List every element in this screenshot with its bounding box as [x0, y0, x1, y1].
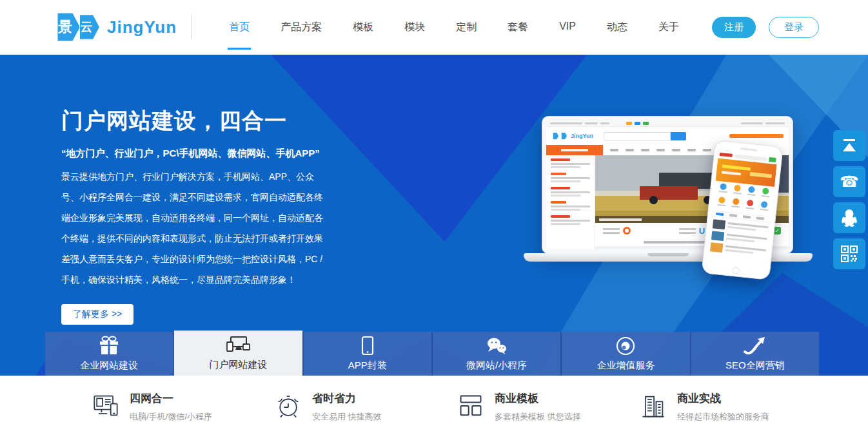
mockup-logo-hexagon [551, 133, 558, 140]
main-nav: 首页 产品方案 模板 模块 定制 套餐 VIP 动态 关于 [228, 17, 680, 38]
devices-icon [226, 335, 250, 356]
mockup-header: JingYun [546, 127, 789, 145]
alarm-clock-icon [275, 392, 302, 422]
tab-app-packaging[interactable]: APP封装 [302, 332, 431, 376]
back-to-top-button[interactable] [833, 130, 865, 161]
features-strip: 四网合一 电脑/手机/微信/小程序 省时省力 安全易用 快捷高效 [0, 376, 868, 422]
u-icon: U [699, 227, 705, 235]
wechat-icon [486, 336, 508, 356]
auth-buttons: 注册 登录 [712, 17, 819, 38]
trend-arrow-icon [744, 336, 767, 356]
mockup-brand: JingYun [571, 133, 593, 139]
nav-item-news[interactable]: 动态 [606, 17, 629, 38]
phone-speaker [740, 148, 757, 151]
feature-four-networks: 四网合一 电脑/手机/微信/小程序 [69, 391, 252, 422]
gauge-icon [615, 336, 636, 356]
tab-value-added[interactable]: 企业增值服务 [560, 332, 689, 376]
logo-hexagon-1: 景 [50, 12, 80, 42]
feature-templates: 商业模板 多套精美模板 供您选择 [434, 391, 616, 422]
mockup-hotline-text [729, 134, 784, 138]
mockup-logo-hexagon [560, 133, 567, 140]
qq-icon [841, 209, 858, 227]
template-icon [457, 392, 484, 422]
gift-icon [98, 336, 120, 356]
mockup-category-button [546, 145, 603, 155]
nav-item-templates[interactable]: 模板 [351, 17, 375, 38]
nav-item-modules[interactable]: 模块 [403, 17, 426, 38]
nav-item-custom[interactable]: 定制 [455, 17, 478, 38]
qrcode-icon [841, 245, 858, 262]
mockup-search-bar [604, 132, 686, 140]
login-button[interactable]: 登录 [769, 17, 819, 38]
hero-title: 门户网站建设，四合一 [61, 106, 335, 136]
qq-contact-button[interactable] [833, 202, 865, 233]
service-tabs: 企业网站建设 门户网站建设 [45, 332, 819, 376]
mockup-topbar [546, 120, 789, 127]
phone-mockup [701, 140, 783, 280]
nav-item-products[interactable]: 产品方案 [279, 17, 323, 38]
tab-corporate-website[interactable]: 企业网站建设 [45, 332, 173, 376]
mockup-sidebar [546, 155, 595, 249]
qrcode-button[interactable] [833, 238, 865, 269]
brand-name: JingYun [107, 17, 177, 37]
hero-banner: 门户网站建设，四合一 “地方门户、行业门户，PC\手机网站、微信网站、手机APP… [0, 55, 868, 376]
back-to-top-icon [841, 138, 858, 153]
nav-item-home[interactable]: 首页 [228, 17, 251, 38]
phone-home-button [732, 267, 740, 274]
tab-micro-site[interactable]: 微网站/小程序 [431, 332, 560, 376]
landing-page: 景 云 JingYun 首页 产品方案 模板 模块 定制 套餐 VIP 动态 关… [0, 0, 868, 422]
phone-icon: ☎ [840, 173, 859, 191]
feature-time-saving: 省时省力 安全易用 快捷高效 [252, 391, 434, 422]
tab-portal-website[interactable]: 门户网站建设 [173, 331, 302, 376]
register-button[interactable]: 注册 [712, 17, 756, 38]
hero-description: 景云提供地方门户、行业门户解决方案，手机网站、APP、公众号、小程序全网合一建设… [61, 166, 327, 290]
floating-toolbar: ☎ [833, 130, 865, 269]
tablet-icon [357, 336, 379, 356]
hero-copy: 门户网站建设，四合一 “地方门户、行业门户，PC\手机网站、微信网站、手机APP… [61, 106, 335, 325]
multi-device-icon [92, 392, 119, 422]
learn-more-button[interactable]: 了解更多 >> [61, 304, 133, 325]
phone-contact-button[interactable]: ☎ [833, 166, 865, 197]
tab-seo-marketing[interactable]: SEO全网营销 [690, 332, 819, 376]
top-navbar: 景 云 JingYun 首页 产品方案 模板 模块 定制 套餐 VIP 动态 关… [0, 0, 868, 55]
logo-divider [191, 15, 192, 39]
site-logo[interactable]: 景 云 JingYun [50, 12, 177, 42]
refresh-icon [623, 227, 631, 235]
nav-item-vip[interactable]: VIP [558, 17, 577, 38]
buildings-icon [640, 392, 667, 422]
feature-business-proven: 商业实战 经得起市场检验的服务商 [616, 391, 799, 422]
nav-item-packages[interactable]: 套餐 [506, 17, 529, 38]
nav-item-about[interactable]: 关于 [657, 17, 680, 38]
hero-subtitle: “地方门户、行业门户，PC\手机网站、微信网站、手机APP” [61, 148, 335, 160]
